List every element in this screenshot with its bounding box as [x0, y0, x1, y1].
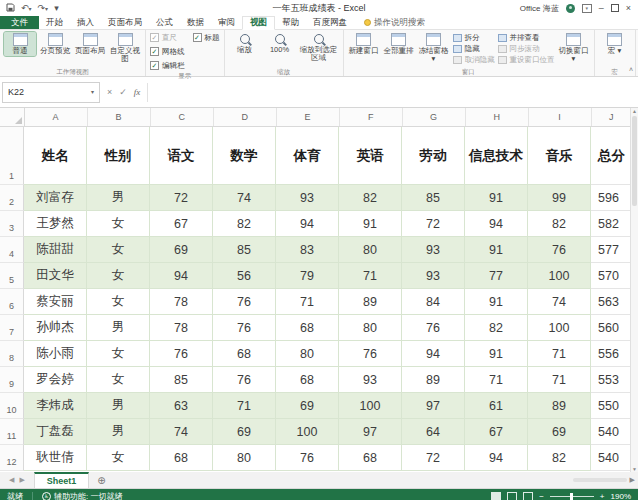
- cell-r3c1[interactable]: 王梦然: [24, 211, 87, 237]
- column-header-G[interactable]: G: [403, 108, 466, 126]
- cell-r9c6[interactable]: 93: [339, 367, 402, 393]
- cell-r6c3[interactable]: 78: [150, 289, 213, 315]
- zoom-out-icon[interactable]: −: [539, 492, 544, 500]
- ribbon-tab-公式[interactable]: 公式: [149, 16, 180, 29]
- cell-r9c1[interactable]: 罗会婷: [24, 367, 87, 393]
- next-sheet-icon[interactable]: ▶: [19, 476, 24, 484]
- horizontal-scroll-thumb[interactable]: [573, 478, 627, 482]
- button-并排查看[interactable]: 并排查看: [498, 32, 555, 43]
- zoom-slider-handle[interactable]: [570, 493, 573, 500]
- ribbon-tab-审阅[interactable]: 审阅: [211, 16, 242, 29]
- cell-r5c4[interactable]: 56: [213, 263, 276, 289]
- row-header-11[interactable]: 11: [0, 419, 24, 445]
- cell-r5c10[interactable]: 570: [591, 263, 631, 289]
- row-header-12[interactable]: 12: [0, 445, 24, 471]
- cell-r5c9[interactable]: 100: [528, 263, 591, 289]
- cell-r11c8[interactable]: 67: [465, 419, 528, 445]
- column-header-A[interactable]: A: [25, 108, 88, 126]
- cell-r6c1[interactable]: 蔡安丽: [24, 289, 87, 315]
- cell-r5c6[interactable]: 71: [339, 263, 402, 289]
- cell-r7c5[interactable]: 68: [276, 315, 339, 341]
- cell-r12c2[interactable]: 女: [87, 445, 150, 471]
- check-标题[interactable]: ✓标题: [193, 33, 220, 43]
- row-header-7[interactable]: 7: [0, 315, 24, 341]
- cell-r7c9[interactable]: 100: [528, 315, 591, 341]
- cell-r12c6[interactable]: 68: [339, 445, 402, 471]
- cell-r6c5[interactable]: 71: [276, 289, 339, 315]
- button-冻结窗格[interactable]: 冻结窗格 ▾: [418, 32, 450, 64]
- cell-r3c7[interactable]: 72: [402, 211, 465, 237]
- button-普通[interactable]: 普通: [4, 32, 36, 56]
- undo-icon[interactable]: ↶▾: [21, 4, 32, 13]
- cancel-icon[interactable]: ×: [107, 87, 112, 97]
- check-直尺[interactable]: ✓直尺: [150, 33, 185, 43]
- cell-r5c7[interactable]: 93: [402, 263, 465, 289]
- cell-r4c5[interactable]: 83: [276, 237, 339, 263]
- column-header-C[interactable]: C: [151, 108, 214, 126]
- cell-r1c7[interactable]: 劳动: [402, 127, 465, 185]
- prev-sheet-icon[interactable]: ◀: [9, 476, 14, 484]
- checkbox-标题[interactable]: ✓: [193, 33, 202, 42]
- ribbon-display-options-icon[interactable]: ▾: [582, 4, 592, 13]
- cell-r2c9[interactable]: 99: [528, 185, 591, 211]
- button-缩放到选定区域[interactable]: 缩放到选定区域: [299, 32, 339, 63]
- cell-r9c10[interactable]: 553: [591, 367, 631, 393]
- cell-r2c2[interactable]: 男: [87, 185, 150, 211]
- normal-view-icon[interactable]: [491, 492, 501, 500]
- column-header-F[interactable]: F: [340, 108, 403, 126]
- column-header-B[interactable]: B: [88, 108, 151, 126]
- tell-me-search[interactable]: 操作说明搜索: [364, 16, 425, 29]
- customize-qat-icon[interactable]: ▾: [54, 4, 59, 13]
- column-header-I[interactable]: I: [529, 108, 592, 126]
- select-all-corner[interactable]: [0, 108, 25, 126]
- ribbon-tab-插入[interactable]: 插入: [70, 16, 101, 29]
- name-box-dropdown-icon[interactable]: ▾: [91, 90, 94, 95]
- zoom-slider[interactable]: [550, 496, 594, 497]
- horizontal-scrollbar[interactable]: ▶: [573, 472, 638, 488]
- cell-r7c6[interactable]: 80: [339, 315, 402, 341]
- cell-r12c3[interactable]: 68: [150, 445, 213, 471]
- row-header-4[interactable]: 4: [0, 237, 24, 263]
- cell-r3c6[interactable]: 91: [339, 211, 402, 237]
- cell-r1c3[interactable]: 语文: [150, 127, 213, 185]
- cell-r8c10[interactable]: 556: [591, 341, 631, 367]
- row-header-3[interactable]: 3: [0, 211, 24, 237]
- cell-r10c5[interactable]: 69: [276, 393, 339, 419]
- minimize-button[interactable]: –: [599, 4, 604, 13]
- cell-r12c8[interactable]: 94: [465, 445, 528, 471]
- cell-r1c10[interactable]: 总分: [591, 127, 631, 185]
- redo-icon[interactable]: ↷▾: [38, 4, 49, 13]
- cell-r2c1[interactable]: 刘富存: [24, 185, 87, 211]
- cell-r6c2[interactable]: 女: [87, 289, 150, 315]
- cell-r12c4[interactable]: 80: [213, 445, 276, 471]
- cell-r5c5[interactable]: 79: [276, 263, 339, 289]
- vertical-scrollbar[interactable]: ▲ ▼: [630, 108, 638, 472]
- cell-r3c9[interactable]: 82: [528, 211, 591, 237]
- formula-input[interactable]: [148, 83, 638, 102]
- cell-r12c5[interactable]: 76: [276, 445, 339, 471]
- cell-r3c5[interactable]: 94: [276, 211, 339, 237]
- cell-r3c8[interactable]: 94: [465, 211, 528, 237]
- cell-r9c3[interactable]: 85: [150, 367, 213, 393]
- cell-r9c4[interactable]: 76: [213, 367, 276, 393]
- cell-r10c1[interactable]: 李炜成: [24, 393, 87, 419]
- scroll-up-icon[interactable]: ▲: [632, 108, 637, 114]
- cell-r7c2[interactable]: 男: [87, 315, 150, 341]
- cell-r10c10[interactable]: 550: [591, 393, 631, 419]
- button-macros[interactable]: 宏 ▾: [599, 32, 631, 56]
- cell-r1c8[interactable]: 信息技术: [465, 127, 528, 185]
- button-隐藏[interactable]: 隐藏: [453, 43, 495, 54]
- checkbox-网格线[interactable]: ✓: [150, 47, 159, 56]
- button-缩放[interactable]: 缩放: [229, 32, 261, 55]
- cell-r11c10[interactable]: 540: [591, 419, 631, 445]
- cell-r11c7[interactable]: 64: [402, 419, 465, 445]
- page-layout-view-icon[interactable]: [507, 492, 517, 500]
- sheet-tab-sheet1[interactable]: Sheet1: [34, 472, 90, 488]
- ribbon-tab-百度网盘[interactable]: 百度网盘: [306, 16, 354, 29]
- name-box[interactable]: K22 ▾: [2, 82, 100, 103]
- cell-r6c4[interactable]: 76: [213, 289, 276, 315]
- cell-r11c5[interactable]: 100: [276, 419, 339, 445]
- cell-r4c3[interactable]: 69: [150, 237, 213, 263]
- cell-r1c1[interactable]: 姓名: [24, 127, 87, 185]
- new-sheet-icon[interactable]: ⊕: [89, 472, 113, 488]
